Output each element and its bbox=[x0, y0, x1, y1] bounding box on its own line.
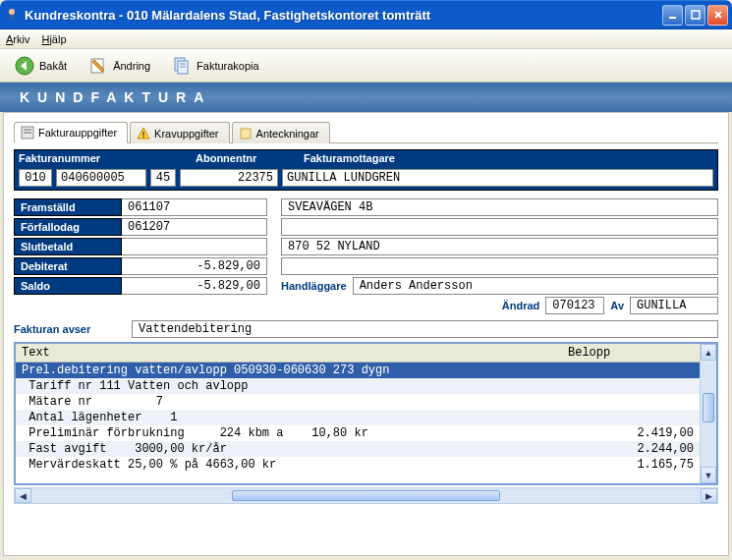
app-icon bbox=[4, 7, 20, 23]
lbl-fakturan-avser: Fakturan avser bbox=[14, 323, 122, 335]
val-framstalld[interactable]: 061107 bbox=[122, 198, 267, 216]
addr4-field[interactable] bbox=[281, 257, 718, 275]
list-row[interactable]: Prel.debitering vatten/avlopp 050930-060… bbox=[16, 363, 700, 378]
val-slutbetald[interactable] bbox=[122, 238, 267, 255]
toolbar: Bakåt Ändring Fakturakopia bbox=[0, 49, 732, 83]
val-saldo: -5.829,00 bbox=[122, 277, 267, 295]
scroll-thumb[interactable] bbox=[703, 393, 714, 422]
val-debiterat: -5.829,00 bbox=[122, 257, 267, 275]
val-handlaggare[interactable]: Anders Andersson bbox=[353, 277, 718, 295]
row-belopp: 2.244,00 bbox=[566, 442, 694, 456]
lbl-saldo: Saldo bbox=[14, 277, 122, 295]
hscroll-thumb[interactable] bbox=[232, 490, 499, 501]
warning-icon: ! bbox=[137, 127, 150, 140]
tab-fakturauppgifter[interactable]: Fakturauppgifter bbox=[14, 122, 128, 143]
svg-rect-3 bbox=[692, 11, 700, 19]
row-belopp: 1.165,75 bbox=[566, 458, 694, 472]
invoice-lines-list: Text Belopp Prel.debitering vatten/avlop… bbox=[14, 342, 718, 485]
menu-hjalp[interactable]: Hjälp bbox=[41, 33, 66, 45]
row-belopp bbox=[566, 364, 694, 377]
tab-label: Anteckningar bbox=[256, 128, 319, 140]
list-row[interactable]: Mervärdeskatt 25,00 % på 4663,00 kr1.165… bbox=[16, 457, 700, 473]
copy-icon bbox=[172, 56, 192, 76]
list-row[interactable]: Tariff nr 111 Vatten och avlopp bbox=[16, 378, 700, 394]
row-text: Prel.debitering vatten/avlopp 050930-060… bbox=[22, 364, 566, 377]
col-fakturanummer: Fakturanummer bbox=[19, 152, 196, 164]
titlebar: Kundreskontra - 010 Mälardalens Stad, Fa… bbox=[0, 0, 732, 29]
svg-rect-2 bbox=[669, 17, 676, 19]
row-text: Mervärdeskatt 25,00 % på 4663,00 kr bbox=[22, 458, 566, 472]
abonnentnr-field[interactable]: 22375 bbox=[180, 169, 278, 187]
row-belopp bbox=[566, 411, 694, 424]
lbl-debiterat: Debiterat bbox=[14, 257, 122, 275]
row-belopp bbox=[566, 379, 694, 393]
copy-invoice-label: Fakturakopia bbox=[197, 60, 259, 72]
list-col-text[interactable]: Text bbox=[16, 344, 562, 362]
minimize-button[interactable] bbox=[662, 5, 683, 26]
faknr-part1[interactable]: 010 bbox=[19, 169, 52, 187]
col-fakturamottagare: Fakturamottagare bbox=[304, 152, 713, 164]
lbl-forfallodag: Förfallodag bbox=[14, 218, 122, 236]
tab-label: Kravuppgifter bbox=[154, 128, 218, 140]
menubar: Arkiv Hjälp bbox=[0, 29, 732, 49]
val-forfallodag[interactable]: 061207 bbox=[122, 218, 267, 236]
tab-kravuppgifter[interactable]: ! Kravuppgifter bbox=[130, 122, 229, 143]
back-button[interactable]: Bakåt bbox=[6, 52, 76, 80]
row-text: Fast avgift 3000,00 kr/år bbox=[22, 442, 566, 456]
tab-label: Fakturauppgifter bbox=[38, 127, 117, 139]
content-area: Fakturauppgifter ! Kravuppgifter Anteckn… bbox=[3, 112, 729, 556]
form-icon bbox=[21, 126, 34, 140]
lbl-framstalld: Framställd bbox=[14, 198, 122, 216]
lbl-slutbetald: Slutbetald bbox=[14, 238, 122, 255]
menu-arkiv[interactable]: Arkiv bbox=[6, 33, 29, 45]
list-row[interactable]: Preliminär förbrukning 224 kbm a 10,80 k… bbox=[16, 425, 700, 441]
svg-rect-1 bbox=[9, 15, 15, 21]
vertical-scrollbar[interactable]: ▲ ▼ bbox=[700, 344, 716, 483]
list-row[interactable]: Mätare nr 7 bbox=[16, 394, 700, 410]
maximize-button[interactable] bbox=[685, 5, 705, 26]
addr3-field[interactable]: 870 52 NYLAND bbox=[281, 238, 718, 255]
page-banner: KUNDFAKTURA bbox=[0, 83, 732, 112]
close-button[interactable] bbox=[707, 5, 728, 26]
edit-label: Ändring bbox=[113, 60, 150, 72]
mottagare-field[interactable]: GUNILLA LUNDGREN bbox=[282, 169, 713, 187]
row-text: Tariff nr 111 Vatten och avlopp bbox=[22, 379, 566, 393]
back-icon bbox=[15, 56, 34, 76]
lbl-av: Av bbox=[610, 300, 624, 311]
col-abonnentnr: Abonnentnr bbox=[196, 152, 304, 164]
row-belopp: 2.419,00 bbox=[566, 426, 694, 440]
window-title: Kundreskontra - 010 Mälardalens Stad, Fa… bbox=[25, 8, 662, 23]
val-andrad: 070123 bbox=[545, 297, 604, 314]
list-row[interactable]: Fast avgift 3000,00 kr/år2.244,00 bbox=[16, 441, 700, 457]
svg-point-0 bbox=[9, 9, 15, 15]
scroll-down-icon[interactable]: ▼ bbox=[701, 467, 716, 483]
row-text: Mätare nr 7 bbox=[22, 395, 566, 409]
list-col-belopp[interactable]: Belopp bbox=[562, 344, 700, 362]
row-belopp bbox=[566, 395, 694, 409]
row-text: Preliminär förbrukning 224 kbm a 10,80 k… bbox=[22, 426, 566, 440]
horizontal-scrollbar[interactable]: ◀ ▶ bbox=[14, 487, 718, 504]
svg-rect-16 bbox=[241, 129, 251, 139]
edit-icon bbox=[88, 56, 108, 76]
list-row[interactable]: Antal lägenheter 1 bbox=[16, 410, 700, 425]
scroll-up-icon[interactable]: ▲ bbox=[701, 344, 716, 361]
notes-icon bbox=[239, 127, 253, 140]
svg-text:!: ! bbox=[142, 130, 145, 140]
invoice-header-section: Fakturanummer Abonnentnr Fakturamottagar… bbox=[14, 149, 718, 191]
val-fakturan-avser[interactable]: Vattendebitering bbox=[132, 320, 718, 338]
faknr-part3[interactable]: 45 bbox=[150, 169, 176, 187]
row-text: Antal lägenheter 1 bbox=[22, 411, 566, 424]
scroll-left-icon[interactable]: ◀ bbox=[15, 488, 31, 503]
lbl-andrad: Ändrad bbox=[502, 300, 540, 311]
lbl-handlaggare: Handläggare bbox=[281, 280, 347, 292]
val-av: GUNILLA bbox=[630, 297, 718, 314]
back-label: Bakåt bbox=[39, 60, 67, 72]
edit-button[interactable]: Ändring bbox=[80, 52, 159, 80]
addr2-field[interactable] bbox=[281, 218, 718, 236]
tab-strip: Fakturauppgifter ! Kravuppgifter Anteckn… bbox=[14, 121, 718, 143]
addr1-field[interactable]: SVEAVÄGEN 4B bbox=[281, 198, 718, 216]
tab-anteckningar[interactable]: Anteckningar bbox=[232, 122, 330, 143]
scroll-right-icon[interactable]: ▶ bbox=[701, 488, 717, 503]
copy-invoice-button[interactable]: Fakturakopia bbox=[163, 52, 268, 80]
faknr-part2[interactable]: 040600005 bbox=[56, 169, 146, 187]
